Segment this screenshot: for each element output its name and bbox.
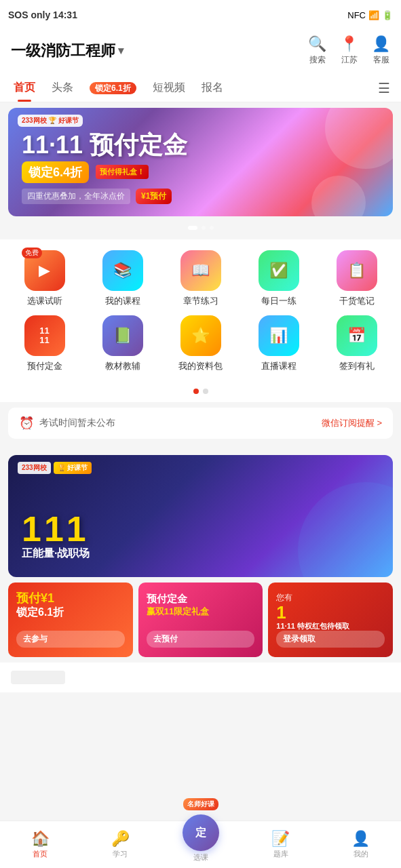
promo-cards-row: 预付¥1 锁定6.1折 去参与 预付定金 赢双11限定礼盒 去预付 您有 1 1… <box>8 583 393 657</box>
icon-notes-label: 干货笔记 <box>339 295 375 307</box>
icon-prepay-box: 1111 <box>24 315 65 356</box>
section-label-partial <box>0 663 401 692</box>
banner-dots <box>0 222 401 234</box>
grid-dot-1 <box>193 389 199 394</box>
notice-subscribe-action[interactable]: 微信订阅提醒 > <box>322 417 382 429</box>
banner-dot-3 <box>210 226 214 230</box>
icon-prepay[interactable]: 1111 预付定金 <box>11 315 79 372</box>
icon-notes-box: 📋 <box>337 250 377 291</box>
icon-chapter-practice[interactable]: 📖 章节练习 <box>167 250 235 307</box>
service-label: 客服 <box>373 54 389 66</box>
notice-clock-icon: ⏰ <box>19 416 34 431</box>
home-label: 首页 <box>33 849 47 859</box>
icon-textbook[interactable]: 📗 教材教辅 <box>89 315 157 372</box>
app-title: 一级消防工程师 <box>11 41 115 61</box>
icon-my-course[interactable]: 📚 我的课程 <box>89 250 157 307</box>
course-icon: 📚 <box>113 262 132 279</box>
icon-trial-listen[interactable]: ▶ 免费 选课试听 <box>11 250 79 307</box>
icon-trial-listen-box: ▶ 免费 <box>24 250 65 291</box>
promo-card-1[interactable]: 预付¥1 锁定6.1折 去参与 <box>8 583 133 657</box>
icon-my-materials-box: ⭐ <box>180 315 221 356</box>
banner2-text: 111 正能量·战职场 <box>22 492 379 561</box>
banner-text-area: 11·11 预付定金 锁定6.4折 预付得礼盒！ 四重优惠叠加，全年冰点价 ¥1… <box>22 133 379 204</box>
banner2-logo-text: 233网校 <box>18 462 51 474</box>
icon-live-course[interactable]: 📊 直播课程 <box>245 315 313 372</box>
icon-checkin-label: 签到有礼 <box>339 360 375 372</box>
icon-my-materials[interactable]: ⭐ 我的资料包 <box>167 315 235 372</box>
banner-content: 233网校 🏆 好课节 11·11 预付定金 锁定6.4折 预付得礼盒！ 四重优… <box>8 108 393 216</box>
icon-daily-practice-label: 每日一练 <box>261 295 297 307</box>
promo-card-3-title: 您有 1 11·11 特权红包待领取 <box>276 592 385 631</box>
promo-card-1-btn[interactable]: 去参与 <box>16 631 125 648</box>
tab-home[interactable]: 首页 <box>5 74 43 102</box>
nav-study[interactable]: 🔑 学习 <box>80 826 160 863</box>
tab-register[interactable]: 报名 <box>193 74 231 102</box>
nav-question-bank[interactable]: 📝 题库 <box>241 826 321 863</box>
home-icon: 🏠 <box>31 830 50 848</box>
header-actions: 🔍 搜索 📍 江苏 👤 客服 <box>308 35 390 66</box>
question-bank-label: 题库 <box>273 849 288 859</box>
icon-grid-row-2: 1111 预付定金 📗 教材教辅 ⭐ 我的资料包 📊 直播课程 📅 <box>5 315 396 372</box>
location-action[interactable]: 📍 江苏 <box>340 35 358 66</box>
promo-card-2-btn[interactable]: 去预付 <box>147 631 255 648</box>
status-bar: SOS only 14:31 NFC 📶 🔋 <box>0 0 401 30</box>
tab-lock-discount[interactable]: 锁定6.1折 <box>81 75 145 101</box>
notes-icon: 📋 <box>347 262 366 279</box>
prepay-icon: 1111 <box>39 326 49 346</box>
icon-daily-practice[interactable]: ✅ 每日一练 <box>245 250 313 307</box>
banner-secondary[interactable]: 233网校 🏆 好课节 111 正能量·战职场 <box>8 455 393 577</box>
textbook-icon: 📗 <box>113 327 132 344</box>
banner-main-text: 11·11 预付定金 <box>22 133 379 157</box>
banner2-subtitle: 正能量·战职场 <box>22 547 379 561</box>
play-icon: ▶ <box>39 262 50 279</box>
dropdown-icon[interactable]: ▾ <box>118 44 123 57</box>
tab-short-video[interactable]: 短视频 <box>145 74 193 102</box>
search-action[interactable]: 🔍 搜索 <box>308 35 326 66</box>
icon-textbook-label: 教材教辅 <box>105 360 140 372</box>
nav-home[interactable]: 🏠 首页 <box>0 826 80 863</box>
banner-sub-text: 四重优惠叠加，全年冰点价 <box>22 189 130 204</box>
discount-badge: 锁定6.1折 <box>90 82 136 94</box>
icon-textbook-box: 📗 <box>102 315 143 356</box>
nav-select-course[interactable]: 名师好课 定 选课 <box>160 810 240 867</box>
notice-text: 考试时间暂未公布 <box>39 417 316 429</box>
banner2-content: 233网校 🏆 好课节 111 正能量·战职场 <box>8 455 393 577</box>
icon-notes[interactable]: 📋 干货笔记 <box>323 250 391 307</box>
nfc-icon: NFC <box>347 10 366 20</box>
app-header: 一级消防工程师 ▾ 🔍 搜索 📍 江苏 👤 客服 <box>0 30 401 74</box>
promo-card-3-btn[interactable]: 登录领取 <box>276 631 385 648</box>
section-divider-1 <box>0 444 401 450</box>
banner-dot-1 <box>188 226 197 230</box>
location-label: 江苏 <box>341 54 358 66</box>
icon-chapter-practice-box: 📖 <box>180 250 221 291</box>
promo-card-2-title: 预付定金 赢双11限定礼盒 <box>147 592 255 618</box>
center-nav-badge: 名师好课 <box>183 798 218 810</box>
promo-card-1-title: 预付¥1 锁定6.1折 <box>16 592 125 620</box>
service-icon: 👤 <box>372 35 390 53</box>
section-label-placeholder <box>11 671 65 684</box>
icon-grid: ▶ 免费 选课试听 📚 我的课程 📖 章节练习 ✅ 每日一练 📋 <box>0 239 401 386</box>
daily-icon: ✅ <box>269 262 288 279</box>
icon-my-course-label: 我的课程 <box>105 295 140 307</box>
select-course-label: 选课 <box>193 852 208 863</box>
study-icon: 🔑 <box>111 830 130 848</box>
promo-card-2[interactable]: 预付定金 赢双11限定礼盒 去预付 <box>138 583 263 657</box>
service-action[interactable]: 👤 客服 <box>372 35 390 66</box>
icon-checkin-box: 📅 <box>337 315 377 356</box>
banner2-main-title: 111 <box>22 511 379 547</box>
nav-tabs: 首页 头条 锁定6.1折 短视频 报名 ☰ <box>0 74 401 102</box>
tab-headline[interactable]: 头条 <box>43 74 81 102</box>
icon-chapter-practice-label: 章节练习 <box>183 295 218 307</box>
question-bank-icon: 📝 <box>271 830 290 848</box>
mine-label: 我的 <box>354 849 368 859</box>
banner-price: ¥1预付 <box>136 189 172 204</box>
promo-card-3[interactable]: 您有 1 11·11 特权红包待领取 登录领取 <box>268 583 393 657</box>
more-tabs-icon[interactable]: ☰ <box>373 75 396 102</box>
signal-icon: 📶 <box>368 10 379 20</box>
icon-checkin[interactable]: 📅 签到有礼 <box>323 315 391 372</box>
nav-mine[interactable]: 👤 我的 <box>321 826 401 863</box>
banner2-logo: 233网校 🏆 好课节 <box>18 462 92 474</box>
banner-main[interactable]: 233网校 🏆 好课节 11·11 预付定金 锁定6.4折 预付得礼盒！ 四重优… <box>8 108 393 216</box>
banner-dot-2 <box>202 226 206 230</box>
center-nav-icon: 定 <box>183 814 219 851</box>
